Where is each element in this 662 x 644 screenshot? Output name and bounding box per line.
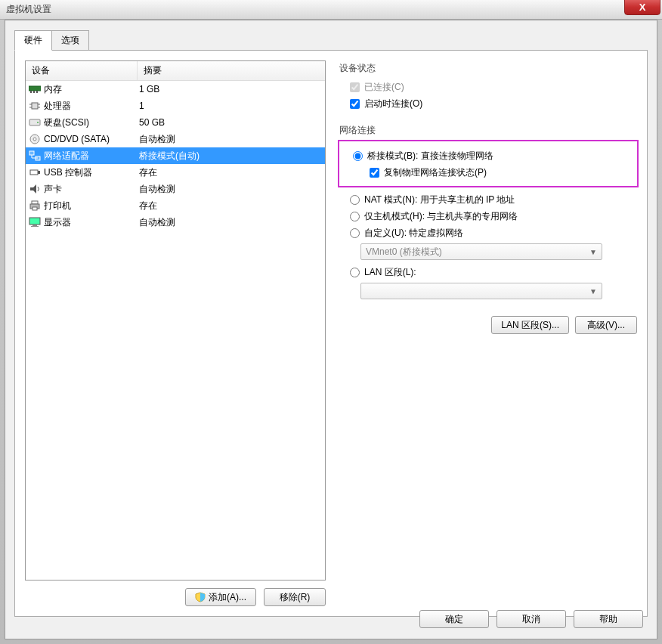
row-label: 内存 [44,83,138,96]
svg-rect-25 [31,226,39,227]
row-summary: 50 GB [138,117,325,128]
help-label: 帮助 [599,613,617,626]
custom-combo-text: VMnet0 (桥接模式) [366,246,442,259]
lanseg-radio[interactable] [350,268,360,277]
ok-label: 确定 [445,613,463,626]
col-header-summary[interactable]: 摘要 [138,61,325,80]
svg-rect-23 [29,218,40,224]
printer-icon [28,200,42,212]
svg-rect-0 [29,86,41,91]
lan-segments-button[interactable]: LAN 区段(S)... [491,316,569,334]
hardware-list: 设备 摘要 内存 1 GB [25,60,326,581]
shield-icon [195,592,206,602]
hardware-rows: 内存 1 GB 处理器 1 [26,81,325,580]
row-label: 显示器 [44,216,138,229]
svg-rect-20 [32,201,38,204]
row-summary: 自动检测 [138,133,325,146]
tab-options[interactable]: 选项 [51,30,89,51]
lanseg-label: LAN 区段(L): [364,266,416,279]
row-summary: 自动检测 [138,183,325,196]
row-harddisk[interactable]: 硬盘(SCSI) 50 GB [26,114,325,131]
advanced-label: 高级(V)... [587,319,625,332]
network-icon [28,150,42,162]
hdd-icon [28,116,42,128]
sound-icon [28,183,42,195]
row-summary: 自动检测 [138,216,325,229]
row-display[interactable]: 显示器 自动检测 [26,214,325,231]
svg-rect-17 [30,170,38,175]
left-buttons: 添加(A)... 移除(R) [25,588,326,606]
close-icon: X [639,2,646,13]
row-label: 硬盘(SCSI) [44,116,138,129]
advanced-button[interactable]: 高级(V)... [575,316,637,334]
nat-radio-row[interactable]: NAT 模式(N): 用于共享主机的 IP 地址 [350,194,637,206]
custom-radio[interactable] [350,228,360,238]
device-status-group: 设备状态 已连接(C) 启动时连接(O) [339,62,637,110]
tab-content: 设备 摘要 内存 1 GB [14,50,648,617]
hostonly-radio[interactable] [350,212,360,221]
lan-segments-label: LAN 区段(S)... [501,319,559,332]
row-network-adapter[interactable]: 网络适配器 桥接模式(自动) [26,147,325,164]
custom-network-combo[interactable]: VMnet0 (桥接模式) ▼ [360,243,602,260]
row-sound[interactable]: 声卡 自动检测 [26,181,325,197]
network-connection-group: 网络连接 桥接模式(B): 直接连接物理网络 复制物理网络连接状态(P) [339,124,637,334]
row-summary: 存在 [138,200,325,212]
help-button[interactable]: 帮助 [574,610,643,628]
left-column: 设备 摘要 内存 1 GB [25,60,326,606]
add-button[interactable]: 添加(A)... [185,588,256,606]
replicate-checkbox[interactable] [370,168,379,178]
tabs-bar: 硬件 选项 [14,30,648,51]
ok-button[interactable]: 确定 [419,610,489,628]
remove-button-label: 移除(R) [280,591,311,604]
tab-hardware[interactable]: 硬件 [14,30,52,51]
connected-checkbox[interactable] [350,82,360,92]
svg-rect-1 [30,91,32,93]
svg-rect-22 [32,207,37,210]
row-label: 网络适配器 [44,150,138,163]
row-cddvd[interactable]: CD/DVD (SATA) 自动检测 [26,131,325,147]
window-title: 虚拟机设置 [6,3,51,16]
display-icon [28,216,42,228]
row-memory[interactable]: 内存 1 GB [26,81,325,98]
row-label: 处理器 [44,100,138,113]
connect-at-power-label: 启动时连接(O) [364,98,422,110]
highlight-box: 桥接模式(B): 直接连接物理网络 复制物理网络连接状态(P) [338,140,639,187]
row-processor[interactable]: 处理器 1 [26,98,325,114]
row-printer[interactable]: 打印机 存在 [26,197,325,214]
cancel-label: 取消 [522,613,540,626]
bridged-radio[interactable] [353,151,363,161]
svg-rect-24 [32,224,37,226]
client-area: 硬件 选项 设备 摘要 内存 [5,20,657,639]
lanseg-radio-row[interactable]: LAN 区段(L): [350,266,637,279]
lanseg-combo[interactable]: ▼ [360,283,602,299]
cancel-button[interactable]: 取消 [496,610,566,628]
row-label: USB 控制器 [44,166,138,179]
svg-marker-19 [30,184,36,194]
svg-rect-2 [33,91,35,93]
svg-rect-3 [36,91,38,93]
hostonly-radio-row[interactable]: 仅主机模式(H): 与主机共享的专用网络 [350,210,637,223]
custom-label: 自定义(U): 特定虚拟网络 [364,227,463,240]
custom-radio-row[interactable]: 自定义(U): 特定虚拟网络 [350,227,637,240]
replicate-label: 复制物理网络连接状态(P) [384,166,487,179]
memory-icon [28,83,42,95]
connect-at-power-row[interactable]: 启动时连接(O) [350,98,637,110]
connected-checkbox-row[interactable]: 已连接(C) [350,81,637,94]
hostonly-label: 仅主机模式(H): 与主机共享的专用网络 [364,210,518,223]
chevron-down-icon: ▼ [589,287,597,296]
close-button[interactable]: X [624,0,660,15]
row-summary: 存在 [138,166,325,179]
col-header-device[interactable]: 设备 [26,61,138,80]
nat-radio[interactable] [350,195,360,205]
remove-button[interactable]: 移除(R) [264,588,326,606]
usb-icon [28,166,42,178]
row-label: CD/DVD (SATA) [44,134,138,144]
row-label: 打印机 [44,200,138,212]
titlebar[interactable]: 虚拟机设置 X [0,0,662,20]
replicate-row[interactable]: 复制物理网络连接状态(P) [370,166,634,179]
connect-at-power-checkbox[interactable] [350,99,360,109]
bridged-radio-row[interactable]: 桥接模式(B): 直接连接物理网络 [353,150,634,163]
connected-label: 已连接(C) [364,81,404,94]
row-usb[interactable]: USB 控制器 存在 [26,164,325,181]
vm-settings-window: 虚拟机设置 X 硬件 选项 设备 摘要 [0,0,662,644]
